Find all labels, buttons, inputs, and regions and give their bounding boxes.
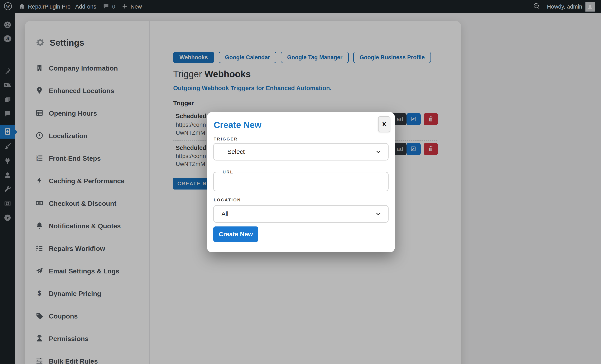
url-input[interactable] <box>216 175 380 185</box>
location-select[interactable]: All <box>213 205 389 223</box>
trigger-select[interactable]: -- Select -- <box>213 143 389 161</box>
location-select-value: All <box>221 210 228 217</box>
modal-title: Create New <box>214 120 261 130</box>
trigger-label: TRIGGER <box>214 137 238 142</box>
url-field: URL <box>213 170 389 191</box>
trigger-select-value: -- Select -- <box>221 148 251 155</box>
create-new-modal: Create New X TRIGGER -- Select -- URL LO… <box>207 112 395 252</box>
close-icon: X <box>382 121 386 128</box>
chevron-down-icon <box>375 211 382 217</box>
chevron-down-icon <box>375 148 382 155</box>
location-label: LOCATION <box>214 198 241 202</box>
close-button[interactable]: X <box>378 116 390 132</box>
url-label: URL <box>219 170 237 174</box>
screen: W RepairPlugin Pro - Add-ons 0 New <box>0 0 601 364</box>
modal-create-new-button[interactable]: Create New <box>213 226 258 242</box>
